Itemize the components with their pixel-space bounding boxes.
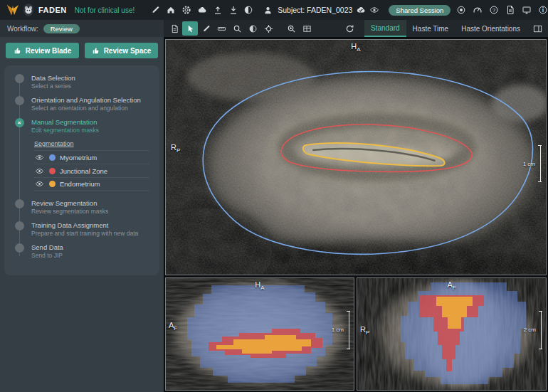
topbar-tools-group xyxy=(148,4,240,17)
layer-visibility-eye-icon[interactable] xyxy=(34,179,45,189)
gauge-icon[interactable] xyxy=(470,4,484,17)
step-manual-segmentation[interactable]: × Manual Segmentation Edit segmentation … xyxy=(10,118,154,134)
disclaimer-text: Not for clinical use! xyxy=(75,6,135,14)
edit-icon[interactable] xyxy=(148,4,162,17)
app-name: FADEN xyxy=(38,6,67,14)
draw-pen-icon[interactable] xyxy=(198,21,214,36)
review-buttons: Review Blade Review Space xyxy=(0,37,164,60)
step-status-dot xyxy=(15,199,24,208)
workflow-bar: Workflow: Review xyxy=(0,20,164,37)
top-bar: FADEN Not for clinical use! Subject: FAD… xyxy=(0,0,548,20)
layer-visibility-eye-icon[interactable] xyxy=(34,166,45,176)
report-document-icon[interactable] xyxy=(167,21,182,36)
layer-name: Myometrium xyxy=(60,154,97,161)
layer-name: Junctional Zone xyxy=(60,167,107,175)
viewer-toolbar: Standard Haste Time Haste Orientations xyxy=(164,20,548,37)
step-title: Orientation and Angulation Selection xyxy=(31,96,141,105)
step-status-dot xyxy=(15,243,24,253)
cloud-icon[interactable] xyxy=(195,4,209,17)
scale-bar xyxy=(538,145,542,182)
step-status-dot xyxy=(15,96,24,105)
record-target-icon[interactable] xyxy=(454,4,468,17)
step-status-dot xyxy=(15,221,24,231)
cloud-sync-icon[interactable] xyxy=(356,4,366,17)
workflow-steps-panel: Data Selection Select a series Orientati… xyxy=(4,65,159,275)
workflow-value-badge[interactable]: Review xyxy=(43,24,80,33)
visibility-eye-icon[interactable] xyxy=(369,4,379,17)
scale-label: 1 cm xyxy=(332,327,344,333)
scale-bar xyxy=(347,311,350,349)
refresh-icon[interactable] xyxy=(342,21,357,36)
info-icon[interactable]: i xyxy=(536,4,548,17)
layout-split-icon[interactable] xyxy=(529,21,545,36)
review-blade-label: Review Blade xyxy=(26,47,71,55)
home-icon[interactable] xyxy=(164,4,177,17)
layer-row-myometrium[interactable]: Myometrium xyxy=(34,150,149,164)
step-send-data[interactable]: Send Data Send to JIP xyxy=(10,243,154,259)
layer-row-endometrium[interactable]: Endometrium xyxy=(34,177,149,191)
orientation-label-left: RP xyxy=(171,143,180,155)
main-content: Review Blade Review Space Data Selection… xyxy=(0,37,548,392)
mri-main-image xyxy=(166,40,546,275)
review-space-button[interactable]: Review Space xyxy=(85,43,158,58)
layer-row-junctional-zone[interactable]: Junctional Zone xyxy=(34,164,149,177)
zoom-in-icon[interactable] xyxy=(283,21,299,36)
svg-text:i: i xyxy=(542,6,544,14)
orientation-label-top: AF xyxy=(447,280,455,292)
viewport-coronal[interactable]: AF RP 2 cm xyxy=(357,277,547,391)
view-tabs: Standard Haste Time Haste Orientations xyxy=(342,20,545,37)
orientation-label-top: HA xyxy=(351,42,360,54)
tab-haste-orientations[interactable]: Haste Orientations xyxy=(455,20,527,37)
upload-icon[interactable] xyxy=(211,4,224,17)
mri-coronal-image xyxy=(357,278,546,390)
subject-label: Subject: FADEN_0023 xyxy=(278,6,352,14)
app-window: FADEN Not for clinical use! Subject: FAD… xyxy=(0,0,548,392)
step-status-dot xyxy=(15,74,24,83)
mascot-avatar-icon xyxy=(23,4,33,16)
layer-color-dot xyxy=(49,168,56,174)
step-title: Manual Segmentation xyxy=(31,118,99,127)
step-title: Training Data Assignment xyxy=(31,221,138,230)
subject-icon xyxy=(261,4,275,17)
secondary-bar: Workflow: Review Standard Haste Time Has… xyxy=(0,20,548,37)
tab-standard[interactable]: Standard xyxy=(364,20,406,37)
step-review-segmentation[interactable]: Review Segmentation Review segmentation … xyxy=(10,199,154,215)
layer-color-dot xyxy=(49,154,56,161)
thumbs-up-icon xyxy=(92,46,100,55)
download-icon[interactable] xyxy=(226,4,240,17)
crosshair-icon[interactable] xyxy=(260,21,276,36)
step-training-data-assignment[interactable]: Training Data Assignment Prepare and sta… xyxy=(10,221,154,237)
step-title: Review Segmentation xyxy=(31,199,108,208)
topbar-right-group: ? i xyxy=(454,4,548,17)
step-subtitle: Select an orientation and angulation xyxy=(31,105,141,112)
step-subtitle: Edit segmentation masks xyxy=(31,127,99,134)
magnifier-icon[interactable] xyxy=(229,21,245,36)
pointer-tool-icon[interactable] xyxy=(182,21,198,36)
subject-info: Subject: FADEN_0023 xyxy=(261,4,352,17)
contrast-icon[interactable] xyxy=(245,21,260,36)
step-orientation-selection[interactable]: Orientation and Angulation Selection Sel… xyxy=(10,96,154,112)
orientation-label-top: HA xyxy=(255,280,264,292)
pdf-document-icon[interactable] xyxy=(503,4,517,17)
step-active-icon: × xyxy=(15,118,24,127)
settings-gear-icon[interactable] xyxy=(179,4,193,17)
viewport-axial[interactable]: HA AF 1 cm xyxy=(165,277,354,391)
help-icon[interactable]: ? xyxy=(487,4,500,17)
shared-session-badge[interactable]: Shared Session xyxy=(389,5,450,16)
scale-label: 2 cm xyxy=(524,327,536,333)
screen-share-icon[interactable] xyxy=(520,4,533,17)
layer-visibility-eye-icon[interactable] xyxy=(34,152,45,163)
review-blade-button[interactable]: Review Blade xyxy=(6,43,79,58)
tab-haste-time[interactable]: Haste Time xyxy=(406,20,455,37)
step-subtitle: Send to JIP xyxy=(31,252,63,259)
scale-bar xyxy=(539,311,542,349)
review-space-label: Review Space xyxy=(104,47,152,55)
viewport-main[interactable]: HA RP 1 cm xyxy=(165,39,547,275)
split-view-icon[interactable] xyxy=(243,4,253,17)
step-data-selection[interactable]: Data Selection Select a series xyxy=(10,74,154,90)
svg-text:?: ? xyxy=(492,7,496,14)
workflow-sidebar: Review Blade Review Space Data Selection… xyxy=(0,37,164,392)
thumbs-up-icon xyxy=(14,46,22,55)
ruler-icon[interactable] xyxy=(214,21,229,36)
table-grid-icon[interactable] xyxy=(299,21,315,36)
